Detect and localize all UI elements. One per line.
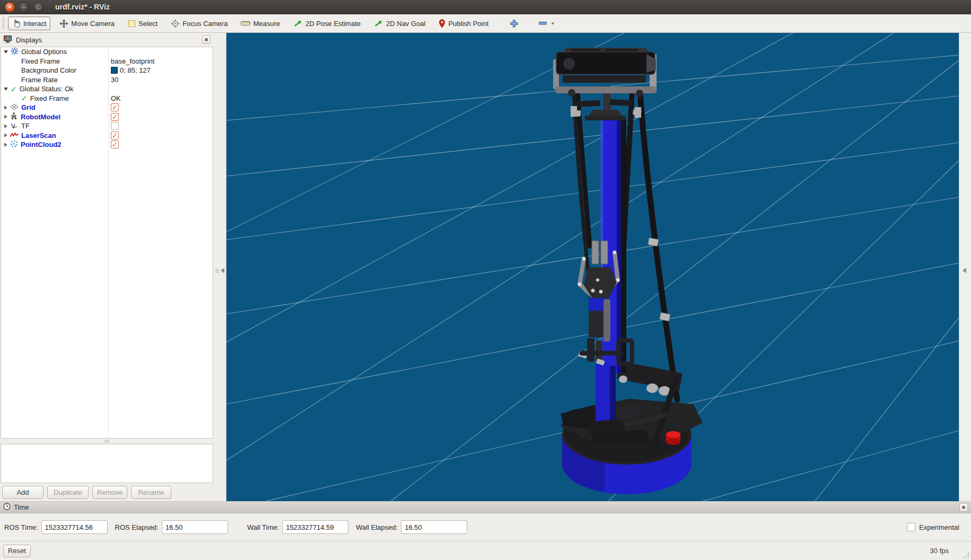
- displays-panel-title: Displays: [16, 36, 42, 44]
- time-panel-close-icon[interactable]: ✖: [959, 503, 968, 512]
- pointcloud2-checkbox[interactable]: ✓: [111, 141, 119, 148]
- time-panel-title: Time: [14, 503, 29, 511]
- focus-camera-icon: [171, 19, 180, 28]
- laserscan-checkbox[interactable]: ✓: [111, 132, 119, 139]
- expander-closed-icon[interactable]: [4, 115, 7, 119]
- ros-elapsed-label: ROS Elapsed:: [115, 523, 159, 531]
- tool-2d-pose-estimate-button[interactable]: 2D Pose Estimate: [289, 16, 365, 30]
- color-swatch: [111, 67, 118, 74]
- displays-close-icon[interactable]: ✖: [202, 36, 211, 44]
- tree-row-global-options[interactable]: Global Options: [1, 47, 213, 57]
- green-arrow-icon: [374, 19, 383, 28]
- time-panel-body: ROS Time: ROS Elapsed: Wall Time: Wall E…: [0, 513, 971, 541]
- panel-splitter-handle[interactable]: [0, 439, 214, 444]
- ros-elapsed-input[interactable]: [162, 520, 228, 534]
- left-panel-collapse-handle[interactable]: [215, 268, 224, 273]
- green-arrow-icon: [293, 19, 303, 28]
- monitor-icon: [3, 35, 12, 45]
- fixed-frame-value[interactable]: base_footprint: [111, 57, 154, 65]
- emergency-stop-button: [666, 431, 680, 445]
- tool-measure-button[interactable]: Measure: [237, 17, 284, 30]
- wall-elapsed-input[interactable]: [401, 520, 467, 534]
- tree-row-pointcloud2[interactable]: PointCloud2 ✓: [1, 140, 213, 150]
- displays-tree: Global Options Fixed Frame base_footprin…: [1, 47, 213, 439]
- pointcloud-icon: [10, 140, 18, 149]
- wall-elapsed-label: Wall Elapsed:: [356, 523, 398, 531]
- window-title: urdf.rviz* - RViz: [55, 3, 110, 11]
- add-button[interactable]: Add: [2, 486, 43, 499]
- experimental-label: Experimental: [919, 523, 959, 531]
- right-panel-collapse-handle[interactable]: [963, 268, 966, 273]
- chevron-down-icon: ▼: [550, 21, 555, 26]
- ros-time-input[interactable]: [41, 520, 108, 534]
- check-icon: ✓: [21, 94, 28, 102]
- window-minimize-icon[interactable]: –: [19, 2, 29, 12]
- gear-icon: [11, 47, 19, 57]
- check-icon: ✓: [11, 85, 17, 93]
- wall-time-input[interactable]: [282, 520, 348, 534]
- left-panel-strip: [214, 33, 226, 501]
- tree-row-robotmodel[interactable]: RobotModel ✓: [1, 112, 213, 122]
- tool-select-button[interactable]: Select: [124, 17, 162, 30]
- window-close-icon[interactable]: ✕: [5, 2, 15, 12]
- plus-icon: [510, 20, 518, 28]
- red-pin-icon: [439, 19, 445, 28]
- tree-row-global-status[interactable]: ✓ Global Status: Ok: [1, 84, 213, 94]
- laserscan-icon: [10, 132, 19, 139]
- clock-icon: [3, 503, 11, 512]
- grid-icon: [10, 103, 19, 112]
- tool-move-camera-button[interactable]: Move Camera: [55, 16, 119, 31]
- grid-checkbox[interactable]: ✓: [111, 103, 119, 111]
- robot-model: [553, 48, 703, 494]
- expander-open-icon[interactable]: [4, 50, 8, 54]
- duplicate-button: Duplicate: [47, 486, 89, 499]
- frame-rate-value[interactable]: 30: [111, 76, 118, 84]
- displays-panel: Displays ✖ Global Options Fixed Frame ba…: [0, 33, 214, 501]
- tree-row-fixed-frame[interactable]: Fixed Frame base_footprint: [1, 57, 213, 66]
- robotmodel-checkbox[interactable]: ✓: [111, 113, 119, 121]
- tool-2d-nav-goal-button[interactable]: 2D Nav Goal: [370, 16, 430, 30]
- measure-ruler-icon: [241, 20, 250, 27]
- expander-closed-icon[interactable]: [4, 106, 7, 110]
- tf-checkbox[interactable]: [111, 122, 119, 130]
- tree-row-frame-rate[interactable]: Frame Rate 30: [1, 75, 213, 85]
- displays-button-row: Add Duplicate Remove Rename: [0, 483, 214, 501]
- expander-closed-icon[interactable]: [4, 124, 7, 128]
- remove-tool-button[interactable]: ▼: [535, 19, 559, 29]
- resize-grip[interactable]: [963, 552, 969, 558]
- toolbar: Interact Move Camera Select Focus Camera…: [0, 14, 971, 33]
- ros-time-label: ROS Time:: [4, 523, 38, 531]
- reset-button[interactable]: Reset: [3, 545, 31, 557]
- add-tool-button[interactable]: [506, 17, 522, 30]
- time-panel: Time ✖ ROS Time: ROS Elapsed: Wall Time:…: [0, 501, 971, 541]
- toolbar-drag-handle[interactable]: [2, 18, 5, 29]
- right-panel-strip: [959, 33, 971, 501]
- robot-base: [561, 361, 703, 494]
- expander-open-icon[interactable]: [4, 88, 8, 91]
- minus-icon: [539, 21, 547, 25]
- background-color-value[interactable]: 0; 85; 127: [111, 66, 151, 74]
- window-titlebar: ✕ – □ urdf.rviz* - RViz: [0, 0, 971, 14]
- tree-row-background-color[interactable]: Background Color 0; 85; 127: [1, 66, 213, 75]
- tool-focus-camera-button[interactable]: Focus Camera: [167, 16, 232, 31]
- tree-row-tf[interactable]: TF: [1, 121, 213, 131]
- select-box-icon: [128, 20, 136, 28]
- camera-head: [553, 48, 657, 120]
- tree-row-laserscan[interactable]: LaserScan ✓: [1, 131, 213, 141]
- window-maximize-icon[interactable]: □: [33, 2, 43, 12]
- rename-button: Rename: [131, 486, 171, 499]
- time-panel-header: Time ✖: [0, 502, 971, 513]
- collapse-left-icon: [221, 268, 224, 273]
- display-description-box: [1, 444, 213, 483]
- experimental-checkbox[interactable]: [907, 523, 915, 531]
- expander-closed-icon[interactable]: [4, 143, 7, 147]
- expander-closed-icon[interactable]: [4, 133, 7, 137]
- tool-publish-point-button[interactable]: Publish Point: [434, 16, 493, 31]
- robot-icon: [10, 112, 18, 121]
- 3d-viewport[interactable]: [226, 33, 959, 501]
- tree-row-fixed-frame-status[interactable]: ✓ Fixed Frame OK: [1, 94, 213, 103]
- displays-panel-header: Displays ✖: [0, 33, 214, 47]
- tool-interact-button[interactable]: Interact: [8, 16, 50, 30]
- tree-row-grid[interactable]: Grid ✓: [1, 103, 213, 112]
- collapse-left-icon: [963, 268, 966, 273]
